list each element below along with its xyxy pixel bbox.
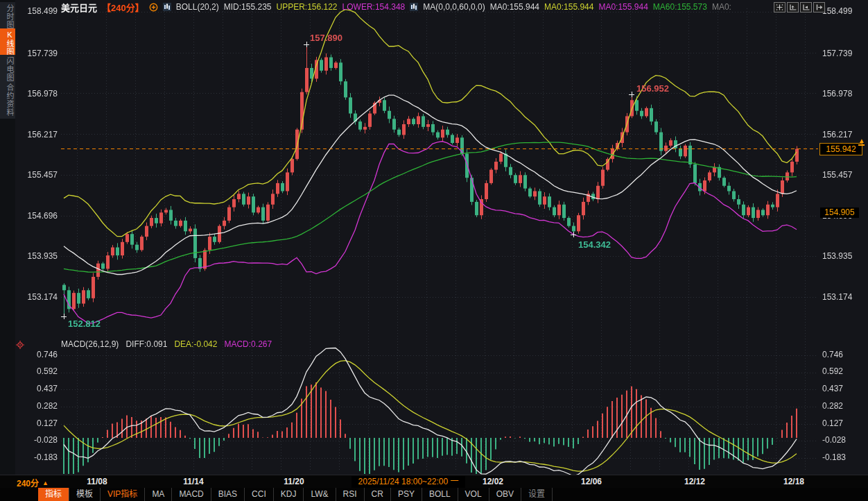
indicator-toolbar: 指标 模板 VIP指标 MA MACD BIAS CCI KDJ LW& RSI… — [0, 488, 868, 501]
price-tick-right: 157.739 — [822, 49, 865, 58]
chevron-up-icon: ▲ — [42, 479, 49, 486]
price-tick-left: 153.935 — [17, 251, 58, 261]
macd-value: MACD:0.267 — [224, 339, 272, 349]
macd-tick-right: 0.127 — [822, 418, 865, 428]
price-tick-right: 156.978 — [822, 89, 865, 99]
swing-high-label: 156.952 — [636, 83, 669, 94]
symbol-title: 美元日元 — [61, 1, 97, 14]
price-tick-right: 158.499 — [822, 6, 865, 16]
toolbar-tab-obv[interactable]: OBV — [489, 488, 521, 501]
price-tick-left: 157.739 — [17, 49, 58, 58]
sidebar-tab-flash-chart[interactable]: 闪电图 — [0, 55, 15, 84]
toolbar-tab-kdj[interactable]: KDJ — [274, 488, 304, 501]
scroll-to-latest-arrow-icon[interactable]: ▲ — [858, 137, 865, 146]
macd-tick-left: 0.282 — [17, 401, 58, 411]
current-price-badge: 155.942 — [819, 143, 862, 155]
sidebar-tab-kline-chart[interactable]: K线图 — [0, 28, 15, 58]
x-axis-strip: 240分▲ 11/08 11/14 11/20 12/02 12/06 12/1… — [0, 475, 868, 489]
add-indicator-icon[interactable] — [149, 3, 158, 12]
macd-tick-left: -0.183 — [17, 452, 58, 462]
axis-scale-x-icon[interactable] — [800, 2, 812, 12]
high-price-label: 157.890 — [310, 33, 342, 43]
low-price-label: 152.812 — [68, 319, 101, 329]
macd-tick-right: -0.028 — [822, 435, 865, 445]
toolbar-tab-bias[interactable]: BIAS — [211, 488, 245, 501]
boll-lower-value: LOWER:154.348 — [342, 2, 406, 12]
macd-tick-right: 0.282 — [822, 401, 865, 411]
ma-name: MA(0,0,0,60,0,0) — [423, 2, 485, 12]
chart-tool-buttons — [774, 2, 825, 12]
axis-scale-y-icon[interactable] — [787, 2, 799, 12]
ma0-gray-value: MA0: — [712, 2, 731, 12]
swing-low-label: 154.342 — [578, 239, 611, 250]
macd-tick-left: 0.592 — [17, 366, 58, 376]
ma0-yellow-value: MA0:155.944 — [544, 2, 593, 12]
macd-dea-value: DEA:-0.042 — [174, 339, 217, 349]
date-tick: 12/06 — [569, 477, 614, 486]
sidebar-tab-contract-info[interactable]: 合约资料 — [0, 81, 15, 119]
date-tick: 11/20 — [272, 477, 316, 486]
date-tick: 12/12 — [672, 477, 717, 486]
toolbar-tab-cci[interactable]: CCI — [245, 488, 274, 501]
macd-diff-value: DIFF:0.091 — [125, 339, 167, 349]
toolbar-tab-template[interactable]: 模板 — [69, 488, 101, 501]
chart-header: 美元日元 【240分】 BOLL(20,2) MID:155.235 UPPER… — [61, 1, 731, 12]
toolbar-tab-macd[interactable]: MACD — [172, 488, 211, 501]
indicator-target-icon[interactable] — [15, 340, 25, 350]
go-to-latest-icon[interactable] — [813, 2, 825, 12]
date-tick: 11/08 — [75, 477, 119, 486]
date-tick: 12/02 — [471, 477, 515, 486]
macd-tick-right: -0.183 — [822, 452, 865, 462]
candlestick-macd-canvas[interactable] — [0, 0, 868, 501]
sidebar-tab-time-chart[interactable]: 分时图 — [0, 2, 15, 31]
toolbar-tab-boll[interactable]: BOLL — [422, 488, 458, 501]
toolbar-tab-rsi[interactable]: RSI — [336, 488, 365, 501]
toolbar-tab-psy[interactable]: PSY — [391, 488, 422, 501]
boll-indicator-icon[interactable] — [163, 3, 171, 11]
macd-tick-left: -0.028 — [17, 435, 58, 445]
macd-tick-right: 0.437 — [822, 384, 865, 393]
hover-price-badge: 154.905 — [820, 207, 859, 218]
ma0-white-value: MA0:155.944 — [490, 2, 539, 12]
price-tick-left: 156.217 — [17, 130, 58, 139]
toolbar-tab-ma[interactable]: MA — [145, 488, 172, 501]
macd-panel-header: MACD(26,12,9) DIFF:0.091 DEA:-0.042 MACD… — [61, 339, 272, 349]
chart-app-window: 分时图 K线图 闪电图 合约资料 美元日元 【240分】 BOLL(20,2) … — [0, 0, 868, 501]
macd-tick-left: 0.127 — [17, 418, 58, 428]
toolbar-tab-indicator[interactable]: 指标 — [38, 488, 69, 501]
toolbar-tab-cr[interactable]: CR — [365, 488, 391, 501]
macd-tick-left: 0.746 — [17, 350, 58, 359]
ma0-magenta-value: MA0:155.944 — [598, 2, 648, 12]
ma-indicator-icon[interactable] — [410, 3, 418, 11]
period-selector[interactable]: 240分▲ — [17, 477, 49, 489]
macd-title: MACD(26,12,9) — [61, 339, 119, 349]
macd-tick-right: 0.746 — [822, 350, 865, 359]
date-tick: 11/14 — [171, 477, 216, 486]
period-label[interactable]: 【240分】 — [102, 1, 144, 14]
left-sidebar: 分时图 K线图 闪电图 合约资料 — [0, 0, 15, 475]
price-tick-left: 156.978 — [17, 89, 58, 99]
price-tick-right: 155.457 — [822, 170, 865, 180]
price-tick-left: 153.174 — [17, 292, 58, 302]
date-tick: 12/18 — [772, 477, 816, 486]
toolbar-tab-vip-indicator[interactable]: VIP指标 — [101, 488, 145, 501]
macd-tick-right: 0.592 — [822, 366, 865, 376]
toolbar-tab-vol[interactable]: VOL — [458, 488, 489, 501]
boll-upper-value: UPPER:156.122 — [276, 2, 337, 12]
ma60-green-value: MA60:155.573 — [653, 2, 707, 12]
boll-name: BOLL(20,2) — [176, 2, 219, 12]
price-tick-left: 155.457 — [17, 170, 58, 180]
macd-tick-left: 0.437 — [17, 384, 58, 393]
boll-mid-value: MID:155.235 — [224, 2, 272, 12]
toolbar-tab-settings[interactable]: 设置 — [521, 488, 553, 501]
hovered-candle-time-badge: 2025/11/24 18:00~22:00 一 — [351, 476, 465, 488]
price-tick-left: 158.499 — [17, 6, 58, 16]
price-tick-right: 153.174 — [822, 292, 865, 302]
price-tick-left: 154.696 — [17, 211, 58, 221]
toolbar-tab-lw[interactable]: LW& — [304, 488, 336, 501]
pan-tool-icon[interactable] — [774, 2, 785, 12]
price-tick-right: 153.935 — [822, 251, 865, 261]
